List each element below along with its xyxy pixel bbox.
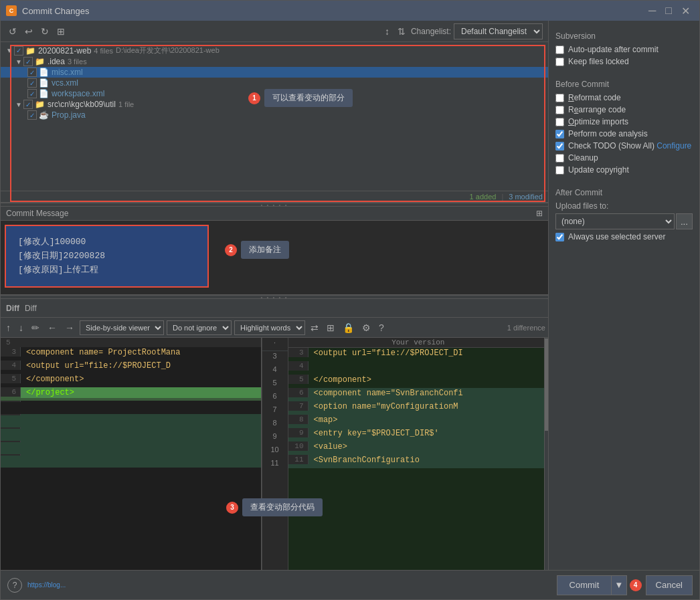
commit-dropdown-button[interactable]: ▼	[612, 575, 626, 595]
line-num	[1, 454, 21, 456]
diff-lock-btn[interactable]: 🔒	[340, 321, 357, 334]
diff-help-btn[interactable]: ?	[376, 321, 387, 334]
misc-label: misc.xml	[52, 68, 83, 77]
optimize-row[interactable]: Optimize imports	[555, 117, 693, 126]
update-copyright-row[interactable]: Update copyright	[555, 165, 693, 175]
group-button[interactable]: ⊞	[54, 25, 68, 38]
workspace-checkbox[interactable]: ✓	[27, 89, 37, 98]
diff-swap-btn[interactable]: ⇄	[308, 321, 321, 334]
line-num: 6	[288, 388, 309, 397]
check-todo-row[interactable]: Check TODO (Show All) Configure	[555, 141, 693, 151]
update-copyright-checkbox[interactable]	[555, 166, 564, 175]
rearrange-row[interactable]: Rearrange code	[555, 105, 693, 114]
perform-code-row[interactable]: Perform code analysis	[555, 129, 693, 138]
diff-scrollbar[interactable]	[544, 338, 548, 570]
diff-right-pane: Your version 3 <output url="file://$PROJ…	[288, 338, 549, 570]
commit-button[interactable]: Commit	[557, 575, 612, 595]
diff-edit-btn[interactable]: ✏	[29, 321, 42, 334]
cleanup-label: Cleanup	[568, 153, 598, 163]
changelist-select[interactable]: Default Changelist	[454, 23, 543, 39]
diff-prev-btn[interactable]: ←	[45, 321, 60, 334]
prop-java-item[interactable]: ✓ ☕ Prop.java	[1, 110, 548, 120]
added-count: 1 added	[470, 193, 497, 201]
cleanup-row[interactable]: Cleanup	[555, 153, 693, 163]
maximize-button[interactable]: □	[661, 3, 676, 19]
line-content: </component>	[21, 374, 261, 385]
optimize-checkbox[interactable]	[555, 118, 564, 126]
diff-left-line-5: 5 </component>	[1, 374, 261, 387]
auto-update-row[interactable]: Auto-update after commit	[555, 45, 693, 54]
annotation-2-badge: 2	[225, 244, 237, 256]
diff-right-line-3: 3 <output url="file://$PROJECT_DI	[288, 348, 549, 361]
sort-button[interactable]: ↕	[382, 25, 392, 38]
root-checkbox[interactable]: ✓	[14, 46, 23, 56]
diff-highlight-select[interactable]: Highlight words	[234, 320, 305, 335]
before-commit-title: Before Commit	[555, 80, 693, 89]
undo-button[interactable]: ↩	[22, 25, 35, 38]
diff-grid-btn[interactable]: ⊞	[324, 321, 337, 334]
always-use-label: Always use selected server	[568, 232, 665, 241]
bottom-link: https://blog...	[27, 581, 66, 589]
filter-button[interactable]: ⇅	[395, 25, 408, 38]
diff-down-btn[interactable]: ↓	[16, 321, 26, 334]
always-use-checkbox[interactable]	[555, 233, 564, 241]
diff-viewer-select[interactable]: Side-by-side viewer	[80, 320, 164, 335]
misc-checkbox[interactable]: ✓	[27, 68, 37, 77]
keep-locked-row[interactable]: Keep files locked	[555, 57, 693, 66]
modified-count: 3 modified	[509, 193, 543, 201]
commit-btn-group: Commit ▼	[557, 575, 627, 595]
diff-right-line-7: 7 <option name="myConfigurationM	[288, 401, 549, 415]
upload-browse-btn[interactable]: ...	[676, 213, 693, 229]
changelist-label: Changelist:	[411, 27, 451, 36]
root-path: D:\idea开发文件\20200821-web	[116, 45, 220, 56]
diff-settings-btn[interactable]: ⚙	[359, 321, 373, 334]
vcs-xml-item[interactable]: ✓ 📄 vcs.xml	[1, 78, 548, 88]
line-content: </project>	[21, 387, 261, 398]
diff-left-line-4: 4 <output url="file://$PROJECT_D	[1, 361, 261, 374]
cancel-button[interactable]: Cancel	[646, 575, 693, 595]
root-count: 4 files	[94, 47, 113, 55]
vcs-checkbox[interactable]: ✓	[27, 78, 37, 88]
cleanup-checkbox[interactable]	[555, 154, 564, 163]
commit-message-expand[interactable]: ⊞	[536, 209, 543, 218]
line-content: </component>	[309, 375, 549, 385]
idea-folder-item[interactable]: ▼ ✓ 📁 .idea 3 files	[1, 56, 548, 67]
line-content	[309, 361, 549, 363]
left-panel: ↺ ↩ ↻ ⊞ ↕ ⇅ Changelist: Default Changeli…	[1, 21, 549, 570]
prop-checkbox[interactable]: ✓	[27, 110, 37, 120]
diff-right-line-8: 8 <map>	[288, 415, 549, 428]
diff-right-line-4: 4	[288, 361, 549, 375]
commit-message-header: Commit Message ⊞	[1, 207, 548, 221]
always-use-row[interactable]: Always use selected server	[555, 232, 693, 241]
help-button[interactable]: ?	[7, 578, 22, 593]
close-button[interactable]: ✕	[677, 3, 694, 19]
file-tree: ▼ ✓ 📁 20200821-web 4 files D:\idea开发文件\2…	[1, 42, 548, 202]
line-content	[21, 441, 261, 442]
line-num: 4	[1, 361, 21, 370]
annotation-1-badge: 1	[248, 92, 260, 104]
commit-line-3: [修改原因]上传工程	[18, 264, 195, 278]
perform-code-checkbox[interactable]	[555, 130, 564, 138]
diff-up-btn[interactable]: ↑	[3, 321, 13, 334]
minimize-button[interactable]: ─	[644, 3, 660, 19]
diff-right-line-9: 9 <entry key="$PROJECT_DIR$'	[288, 428, 549, 441]
idea-checkbox[interactable]: ✓	[23, 57, 33, 66]
misc-xml-item[interactable]: ✓ 📄 misc.xml	[1, 67, 548, 78]
subversion-title: Subversion	[555, 31, 693, 41]
keep-locked-checkbox[interactable]	[555, 58, 564, 66]
redo-button[interactable]: ↻	[38, 25, 52, 38]
src-checkbox[interactable]: ✓	[23, 100, 33, 109]
check-todo-checkbox[interactable]	[555, 142, 564, 151]
reformat-checkbox[interactable]	[555, 94, 564, 102]
diff-ignore-select[interactable]: Do not ignore	[167, 320, 232, 335]
reformat-row[interactable]: Reformat code	[555, 93, 693, 102]
line-content	[21, 454, 261, 456]
auto-update-checkbox[interactable]	[555, 45, 564, 54]
update-copyright-label: Update copyright	[568, 165, 629, 175]
upload-select[interactable]: (none)	[555, 213, 675, 229]
diff-next-btn[interactable]: →	[62, 321, 77, 334]
rearrange-checkbox[interactable]	[555, 106, 564, 114]
diff-right-line-6: 6 <component name="SvnBranchConfi	[288, 388, 549, 401]
tree-root-item[interactable]: ▼ ✓ 📁 20200821-web 4 files D:\idea开发文件\2…	[1, 45, 548, 56]
refresh-button[interactable]: ↺	[6, 25, 19, 38]
